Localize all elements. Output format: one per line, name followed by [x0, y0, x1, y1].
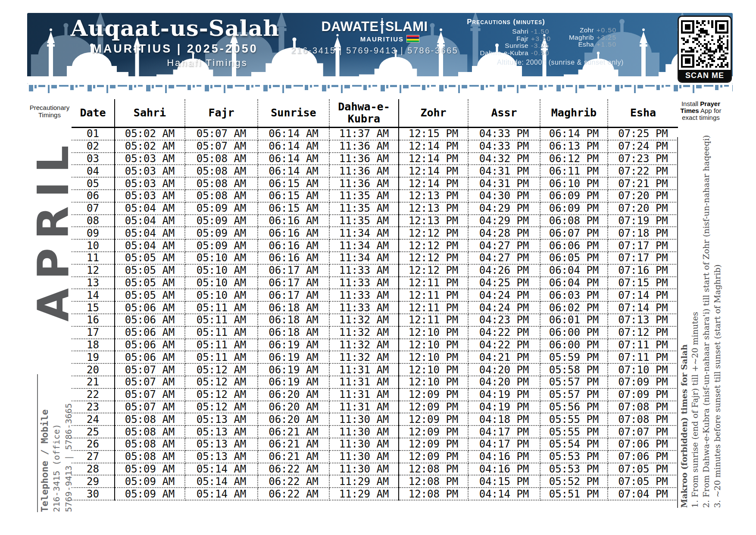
cell-time: 11:31 AM	[329, 388, 399, 401]
cell-time: 05:03 AM	[115, 190, 185, 202]
cell-time: 12:09 PM	[399, 451, 468, 463]
cell-time: 05:08 AM	[115, 413, 185, 425]
cell-time: 11:33 AM	[329, 277, 399, 289]
cell-time: 12:14 PM	[399, 177, 468, 190]
cell-time: 12:10 PM	[399, 376, 468, 388]
cell-time: 06:02 PM	[540, 301, 608, 314]
cell-time: 05:53 PM	[540, 451, 608, 463]
cell-time: 06:09 PM	[540, 202, 608, 215]
cell-time: 06:03 PM	[540, 289, 608, 301]
cell-time: 05:53 PM	[540, 463, 608, 476]
cell-date: 12	[72, 264, 115, 277]
cell-time: 06:16 AM	[258, 215, 329, 227]
column-header-maghrib: Maghrib	[540, 99, 608, 128]
cell-time: 12:09 PM	[399, 413, 468, 425]
cell-time: 11:30 AM	[329, 438, 399, 451]
cell-time: 05:02 AM	[115, 128, 185, 140]
cell-time: 05:05 AM	[115, 277, 185, 289]
cell-time: 06:18 AM	[258, 301, 329, 314]
cell-time: 05:08 AM	[185, 177, 258, 190]
cell-date: 25	[72, 425, 115, 438]
column-header-fajr: Fajr	[185, 99, 258, 128]
table-row: 2505:08 AM05:13 AM06:21 AM11:30 AM12:09 …	[72, 425, 678, 438]
cell-time: 06:07 PM	[540, 227, 608, 239]
install-note-line: Install Prayer	[678, 100, 724, 107]
cell-time: 12:09 PM	[399, 388, 468, 401]
table-row: 2905:09 AM05:14 AM06:22 AM11:29 AM12:08 …	[72, 475, 678, 488]
cell-time: 04:24 PM	[468, 289, 540, 301]
table-row: 2705:08 AM05:13 AM06:21 AM11:30 AM12:09 …	[72, 451, 678, 463]
page-title: Auqaat-us-Salah	[61, 15, 289, 41]
scan-me-label: SCAN ME	[679, 70, 731, 81]
precaution-row: Sunrise-3.25	[460, 42, 552, 50]
cell-time: 07:11 PM	[608, 351, 678, 363]
cell-time: 05:08 AM	[115, 425, 185, 438]
cell-time: 07:06 PM	[608, 451, 678, 463]
cell-date: 23	[72, 401, 115, 413]
cell-time: 12:13 PM	[399, 215, 468, 227]
cell-time: 04:17 PM	[468, 438, 540, 451]
precaution-row: Esha+1.50	[552, 41, 617, 48]
cell-time: 04:26 PM	[468, 264, 540, 277]
cell-time: 05:12 AM	[185, 388, 258, 401]
table-row: 0305:03 AM05:08 AM06:14 AM11:36 AM12:14 …	[72, 153, 678, 165]
install-note-text: Install	[681, 100, 700, 107]
precaution-label: Sunrise	[505, 42, 528, 50]
cell-time: 05:13 AM	[185, 451, 258, 463]
cell-time: 11:35 AM	[329, 215, 399, 227]
cell-date: 17	[72, 326, 115, 339]
precaution-value: +1.50	[597, 41, 617, 48]
table-row: 2305:07 AM05:12 AM06:20 AM11:31 AM12:09 …	[72, 401, 678, 413]
banner-phone-numbers: 216-3415 | 5769-9413 | 5786-3665	[291, 46, 458, 56]
cell-date: 11	[72, 252, 115, 264]
cell-time: 12:12 PM	[399, 239, 468, 252]
cell-time: 06:19 AM	[258, 351, 329, 363]
cell-time: 06:00 PM	[540, 326, 608, 339]
precaution-value: -3.25	[531, 42, 552, 50]
cell-time: 06:09 PM	[540, 190, 608, 202]
logo-wordmark: DAWATE SLAMI	[291, 18, 458, 34]
cell-time: 05:06 AM	[115, 301, 185, 314]
cell-date: 03	[72, 153, 115, 165]
school-label: Hanafi Timings	[125, 57, 289, 69]
region-years: MAURITIUS | 2025-2050	[61, 42, 289, 56]
cell-time: 05:10 AM	[185, 289, 258, 301]
table-row: 1605:06 AM05:11 AM06:18 AM11:32 AM12:11 …	[72, 314, 678, 326]
precaution-label: Zohr	[580, 27, 594, 34]
table-row: 1405:05 AM05:10 AM06:17 AM11:33 AM12:11 …	[72, 289, 678, 301]
cell-time: 05:05 AM	[115, 289, 185, 301]
cell-time: 05:59 PM	[540, 351, 608, 363]
cell-date: 16	[72, 314, 115, 326]
precaution-value: +3.50	[531, 35, 552, 43]
cell-time: 04:29 PM	[468, 215, 540, 227]
precaution-value: -0.50	[531, 50, 552, 57]
cell-time: 11:36 AM	[329, 177, 399, 190]
cell-time: 04:19 PM	[468, 388, 540, 401]
cell-date: 24	[72, 413, 115, 425]
cell-time: 11:35 AM	[329, 190, 399, 202]
cell-time: 07:12 PM	[608, 326, 678, 339]
cell-time: 06:19 AM	[258, 376, 329, 388]
cell-time: 05:13 AM	[185, 413, 258, 425]
poster-page: Auqaat-us-Salah MAURITIUS | 2025-2050 Ha…	[0, 0, 756, 535]
table-row: 3005:09 AM05:14 AM06:22 AM11:29 AM12:08 …	[72, 488, 678, 500]
cell-time: 06:21 AM	[258, 451, 329, 463]
cell-time: 05:11 AM	[185, 326, 258, 339]
makroo-item: 3. ~20 minutes before sunset till sunset…	[712, 137, 723, 508]
cell-time: 05:11 AM	[185, 301, 258, 314]
cell-time: 11:36 AM	[329, 165, 399, 177]
cell-time: 05:11 AM	[185, 339, 258, 351]
precaution-row: Fajr+3.50	[460, 35, 552, 43]
table-row: 1705:06 AM05:11 AM06:18 AM11:32 AM12:10 …	[72, 326, 678, 339]
cell-date: 29	[72, 475, 115, 488]
cell-time: 05:06 AM	[115, 351, 185, 363]
cell-time: 04:22 PM	[468, 339, 540, 351]
cell-time: 04:15 PM	[468, 475, 540, 488]
cell-time: 12:13 PM	[399, 190, 468, 202]
column-header-sunrise: Sunrise	[258, 99, 329, 128]
cell-time: 12:14 PM	[399, 165, 468, 177]
cell-time: 12:12 PM	[399, 264, 468, 277]
cell-time: 11:36 AM	[329, 153, 399, 165]
install-note-line: Times App for	[678, 107, 724, 114]
cell-time: 05:08 AM	[115, 438, 185, 451]
